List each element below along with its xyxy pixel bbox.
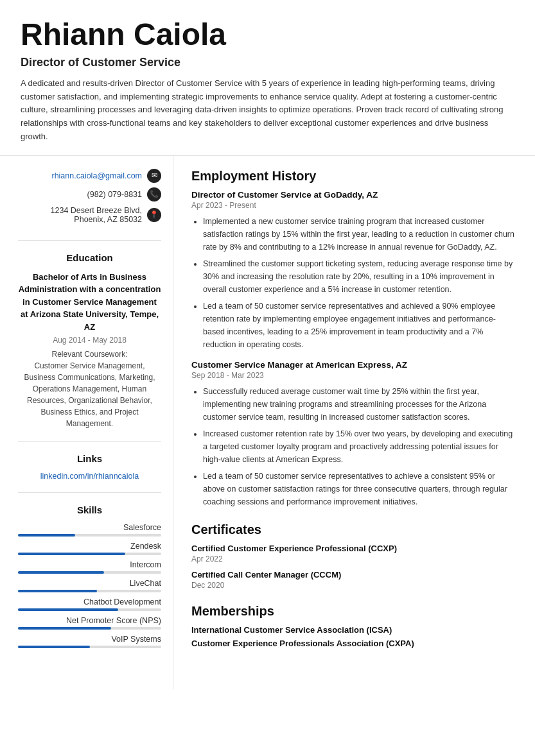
candidate-title: Director of Customer Service bbox=[21, 56, 514, 69]
job-title: Director of Customer Service at GoDaddy,… bbox=[191, 190, 517, 200]
skill-item: VoIP Systems bbox=[18, 635, 161, 648]
skill-bar-fill bbox=[18, 627, 111, 630]
email-icon: ✉ bbox=[147, 169, 161, 183]
jobs-list: Director of Customer Service at GoDaddy,… bbox=[191, 190, 517, 508]
education-section: Education Bachelor of Arts in Business A… bbox=[18, 252, 161, 442]
skill-bar-fill bbox=[18, 534, 75, 537]
bullet-item: Successfully reduced average customer wa… bbox=[203, 385, 517, 424]
job-title: Customer Service Manager at American Exp… bbox=[191, 360, 517, 370]
main-layout: rhiann.caiola@gmail.com ✉ (982) 079-8831… bbox=[0, 156, 535, 690]
certificates-section: Certificates Certified Customer Experien… bbox=[191, 522, 517, 590]
email-link[interactable]: rhiann.caiola@gmail.com bbox=[51, 171, 142, 180]
skill-bar-bg bbox=[18, 534, 161, 537]
cert-name: Certified Call Center Manager (CCCM) bbox=[191, 570, 517, 580]
skills-heading: Skills bbox=[18, 504, 161, 515]
skill-bar-fill bbox=[18, 590, 97, 592]
bullet-item: Led a team of 50 customer service repres… bbox=[203, 470, 517, 508]
links-heading: Links bbox=[18, 453, 161, 464]
membership-name: International Customer Service Associati… bbox=[191, 625, 517, 635]
skill-label: Chatbot Development bbox=[18, 597, 161, 606]
membership-entry: International Customer Service Associati… bbox=[191, 625, 517, 635]
job-dates: Sep 2018 - Mar 2023 bbox=[191, 371, 517, 380]
skill-bar-fill bbox=[18, 571, 104, 574]
skill-bar-bg bbox=[18, 571, 161, 574]
contact-phone-item: (982) 079-8831 📞 bbox=[18, 187, 161, 202]
header: Rhiann Caiola Director of Customer Servi… bbox=[0, 0, 535, 156]
skill-bar-bg bbox=[18, 646, 161, 648]
phone-icon: 📞 bbox=[147, 187, 161, 202]
skill-item: Salesforce bbox=[18, 523, 161, 537]
address-text: 1234 Desert Breeze Blvd, Phoenix, AZ 850… bbox=[51, 206, 142, 224]
skill-label: Net Promoter Score (NPS) bbox=[18, 616, 161, 625]
candidate-summary: A dedicated and results-driven Director … bbox=[21, 77, 514, 144]
sidebar: rhiann.caiola@gmail.com ✉ (982) 079-8831… bbox=[0, 156, 173, 690]
employment-section: Employment History Director of Customer … bbox=[191, 169, 517, 508]
skill-label: Salesforce bbox=[18, 523, 161, 532]
skill-item: Net Promoter Score (NPS) bbox=[18, 616, 161, 630]
skill-label: LiveChat bbox=[18, 579, 161, 588]
phone-text: (982) 079-8831 bbox=[87, 190, 142, 199]
bullet-item: Streamlined the customer support ticketi… bbox=[203, 257, 517, 296]
skills-list: Salesforce Zendesk Intercom LiveChat Cha… bbox=[18, 523, 161, 648]
skill-bar-bg bbox=[18, 608, 161, 611]
cert-entry: Certified Call Center Manager (CCCM) Dec… bbox=[191, 570, 517, 590]
membership-name: Customer Experience Professionals Associ… bbox=[191, 639, 517, 648]
skill-label: Intercom bbox=[18, 560, 161, 569]
skill-bar-fill bbox=[18, 608, 118, 611]
employment-heading: Employment History bbox=[191, 169, 517, 184]
bullet-item: Implemented a new customer service train… bbox=[203, 215, 517, 253]
skill-label: Zendesk bbox=[18, 542, 161, 551]
candidate-name: Rhiann Caiola bbox=[21, 18, 514, 52]
job-bullets: Successfully reduced average customer wa… bbox=[191, 385, 517, 508]
skill-item: Chatbot Development bbox=[18, 597, 161, 611]
membership-entry: Customer Experience Professionals Associ… bbox=[191, 639, 517, 648]
skill-bar-bg bbox=[18, 590, 161, 592]
skill-label: VoIP Systems bbox=[18, 635, 161, 644]
education-heading: Education bbox=[18, 252, 161, 263]
skill-item: LiveChat bbox=[18, 579, 161, 592]
cert-name: Certified Customer Experience Profession… bbox=[191, 544, 517, 553]
education-degree: Bachelor of Arts in Business Administrat… bbox=[18, 271, 161, 334]
contact-address-item: 1234 Desert Breeze Blvd, Phoenix, AZ 850… bbox=[18, 206, 161, 224]
bullet-item: Led a team of 50 customer service repres… bbox=[203, 300, 517, 351]
job-bullets: Implemented a new customer service train… bbox=[191, 215, 517, 351]
job-entry: Director of Customer Service at GoDaddy,… bbox=[191, 190, 517, 351]
skill-bar-fill bbox=[18, 646, 90, 648]
bullet-item: Increased customer retention rate by 15%… bbox=[203, 427, 517, 466]
location-icon: 📍 bbox=[147, 208, 161, 222]
memberships-section: Memberships International Customer Servi… bbox=[191, 604, 517, 648]
memberships-heading: Memberships bbox=[191, 604, 517, 619]
main-content: Employment History Director of Customer … bbox=[173, 156, 535, 690]
certificates-heading: Certificates bbox=[191, 522, 517, 537]
skill-item: Intercom bbox=[18, 560, 161, 574]
job-entry: Customer Service Manager at American Exp… bbox=[191, 360, 517, 508]
skill-item: Zendesk bbox=[18, 542, 161, 555]
cert-date: Apr 2022 bbox=[191, 554, 517, 563]
cert-entry: Certified Customer Experience Profession… bbox=[191, 544, 517, 563]
certs-list: Certified Customer Experience Profession… bbox=[191, 544, 517, 590]
skill-bar-bg bbox=[18, 553, 161, 555]
job-dates: Apr 2023 - Present bbox=[191, 201, 517, 210]
education-dates: Aug 2014 - May 2018 bbox=[18, 336, 161, 345]
memberships-list: International Customer Service Associati… bbox=[191, 625, 517, 648]
education-coursework: Relevant Coursework: Customer Service Ma… bbox=[18, 348, 161, 429]
skill-bar-bg bbox=[18, 627, 161, 630]
contact-section: rhiann.caiola@gmail.com ✉ (982) 079-8831… bbox=[18, 169, 161, 241]
linkedin-link[interactable]: linkedin.com/in/rhianncaiola bbox=[18, 472, 161, 481]
contact-email-item: rhiann.caiola@gmail.com ✉ bbox=[18, 169, 161, 183]
cert-date: Dec 2020 bbox=[191, 581, 517, 590]
skill-bar-fill bbox=[18, 553, 125, 555]
skills-section: Skills Salesforce Zendesk Intercom LiveC… bbox=[18, 504, 161, 665]
links-section: Links linkedin.com/in/rhianncaiola bbox=[18, 453, 161, 493]
